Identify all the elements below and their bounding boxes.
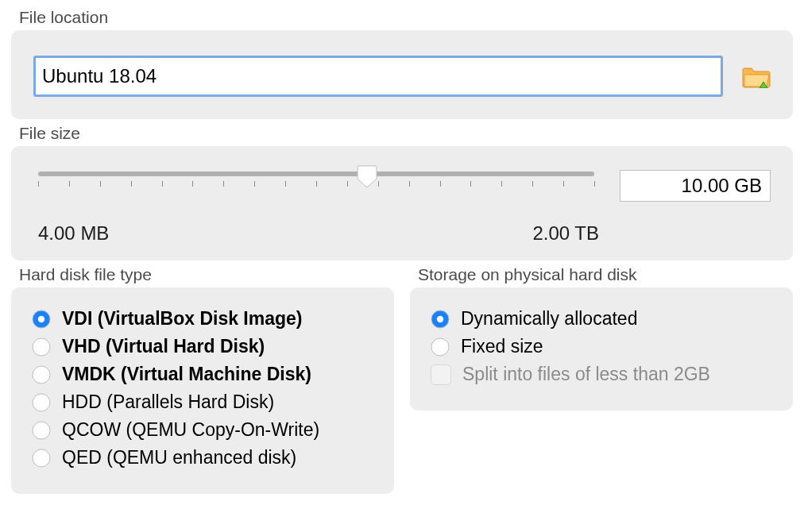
svg-point-4 (33, 394, 50, 411)
file-location-input[interactable] (33, 56, 723, 97)
svg-point-3 (33, 366, 50, 384)
svg-point-5 (33, 422, 50, 439)
radio-icon (32, 449, 51, 468)
split-files-label: Split into files of less than 2GB (462, 364, 710, 385)
storage-radio[interactable]: Fixed size (431, 336, 772, 357)
disk-type-radio[interactable]: VMDK (Virtual Machine Disk) (32, 364, 373, 385)
svg-point-9 (431, 338, 449, 356)
svg-point-1 (38, 315, 44, 322)
radio-icon (431, 337, 450, 357)
svg-point-2 (33, 338, 50, 356)
disk-type-option-label: HDD (Parallels Hard Disk) (62, 391, 274, 413)
radio-icon (32, 337, 51, 357)
disk-type-panel: VDI (VirtualBox Disk Image)VHD (Virtual … (11, 287, 394, 494)
storage-option-label: Dynamically allocated (461, 308, 637, 330)
file-location-label: File location (19, 8, 793, 27)
disk-type-label: Hard disk file type (19, 265, 394, 284)
storage-label: Storage on physical hard disk (418, 265, 793, 284)
disk-type-option-label: VHD (Virtual Hard Disk) (62, 336, 265, 357)
file-size-panel: 4.00 MB 2.00 TB (11, 146, 793, 260)
browse-folder-icon[interactable] (742, 64, 771, 88)
disk-type-option-label: QED (QEMU enhanced disk) (62, 447, 296, 468)
disk-type-radio[interactable]: QED (QEMU enhanced disk) (32, 447, 373, 468)
disk-type-radio[interactable]: VDI (VirtualBox Disk Image) (32, 308, 373, 330)
disk-type-option-label: QCOW (QEMU Copy-On-Write) (62, 419, 319, 441)
disk-type-option-label: VMDK (Virtual Machine Disk) (62, 364, 311, 385)
disk-type-radio[interactable]: VHD (Virtual Hard Disk) (32, 336, 373, 357)
file-size-label: File size (19, 124, 793, 143)
radio-icon (32, 365, 51, 384)
file-size-min-label: 4.00 MB (38, 222, 109, 245)
disk-type-radio[interactable]: QCOW (QEMU Copy-On-Write) (32, 419, 373, 441)
radio-icon (431, 310, 450, 329)
svg-point-8 (437, 315, 443, 322)
disk-type-radio[interactable]: HDD (Parallels Hard Disk) (32, 391, 373, 413)
file-location-panel (11, 30, 793, 119)
radio-icon (32, 310, 51, 329)
split-files-checkbox: Split into files of less than 2GB (431, 364, 772, 385)
disk-type-option-label: VDI (VirtualBox Disk Image) (62, 308, 303, 330)
svg-point-6 (33, 449, 50, 467)
file-size-slider[interactable] (33, 168, 599, 203)
file-size-value-input[interactable] (620, 170, 771, 202)
radio-icon (32, 421, 51, 440)
storage-panel: Dynamically allocatedFixed sizeSplit int… (410, 287, 793, 411)
storage-radio[interactable]: Dynamically allocated (431, 308, 772, 330)
file-size-max-label: 2.00 TB (532, 222, 599, 245)
radio-icon (32, 393, 51, 412)
checkbox-icon (431, 364, 451, 385)
storage-option-label: Fixed size (461, 336, 543, 357)
